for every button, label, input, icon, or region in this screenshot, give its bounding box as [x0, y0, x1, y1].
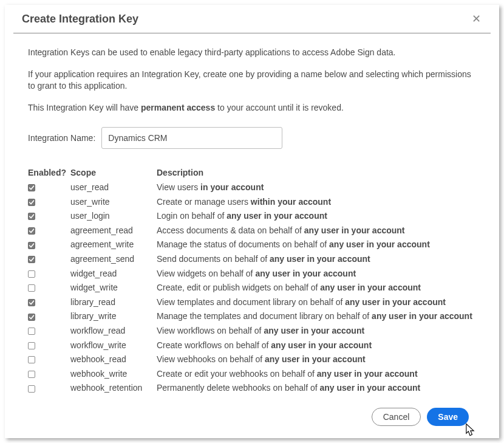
perm-description: View webhooks on behalf of any user in y…	[157, 352, 476, 367]
perm-description: Create or manage users within your accou…	[157, 195, 476, 210]
dialog-header: Create Integration Key ✕	[13, 5, 491, 33]
perm-scope: user_login	[70, 209, 157, 224]
perm-description: View users in your account	[157, 180, 476, 195]
perm-checkbox-cell	[28, 195, 70, 210]
intro-p2: If your application requires an Integrat…	[28, 69, 476, 92]
checkbox-user_login[interactable]	[28, 213, 35, 220]
perm-description: Send documents on behalf of any user in …	[157, 252, 476, 267]
perm-checkbox-cell	[28, 295, 70, 310]
svg-rect-11	[29, 342, 35, 349]
perm-description: View widgets on behalf of any user in yo…	[157, 267, 476, 281]
svg-rect-12	[29, 357, 35, 363]
permissions-grid: Enabled? Scope Description user_readView…	[28, 166, 476, 396]
intro-text: Integration Keys can be used to enable l…	[28, 47, 476, 114]
checkbox-webhook_read[interactable]	[28, 356, 35, 363]
perm-description: View workflows on behalf of any user in …	[157, 324, 476, 338]
header-enabled: Enabled?	[28, 166, 70, 180]
checkbox-library_write[interactable]	[28, 314, 35, 321]
perm-description: View templates and document library on b…	[157, 295, 476, 310]
checkbox-agreement_send[interactable]	[28, 256, 35, 263]
checkbox-widget_write[interactable]	[28, 284, 35, 292]
checkbox-user_read[interactable]	[28, 184, 35, 191]
svg-rect-13	[29, 371, 35, 377]
checkbox-webhook_write[interactable]	[28, 371, 35, 378]
perm-checkbox-cell	[28, 252, 70, 267]
svg-rect-6	[29, 270, 35, 277]
perm-checkbox-cell	[28, 338, 70, 353]
svg-rect-14	[29, 385, 35, 392]
perm-scope: widget_read	[70, 267, 157, 281]
perm-checkbox-cell	[28, 267, 70, 281]
perm-description: Create or edit your webhooks on behalf o…	[157, 367, 476, 382]
checkbox-webhook_retention[interactable]	[28, 385, 35, 393]
checkbox-agreement_write[interactable]	[28, 242, 35, 249]
checkbox-workflow_read[interactable]	[28, 328, 35, 335]
perm-scope: workflow_write	[70, 338, 157, 353]
perm-scope: user_write	[70, 195, 157, 210]
perm-scope: webhook_read	[70, 352, 157, 367]
integration-name-row: Integration Name:	[28, 127, 476, 149]
integration-name-label: Integration Name:	[28, 132, 95, 145]
header-description: Description	[157, 166, 476, 180]
pointer-cursor-icon	[461, 422, 478, 439]
perm-scope: agreement_write	[70, 238, 157, 252]
create-integration-key-dialog: Create Integration Key ✕ Integration Key…	[5, 5, 499, 438]
checkbox-user_write[interactable]	[28, 199, 35, 206]
intro-p1: Integration Keys can be used to enable l…	[28, 47, 476, 59]
perm-scope: webhook_write	[70, 367, 157, 382]
cancel-button[interactable]: Cancel	[372, 408, 421, 426]
perm-checkbox-cell	[28, 238, 70, 252]
perm-scope: webhook_retention	[70, 381, 157, 396]
perm-description: Manage the status of documents on behalf…	[157, 238, 476, 252]
intro-p3: This Integration Key will have permanent…	[28, 102, 476, 114]
perm-description: Manage the templates and document librar…	[157, 309, 476, 324]
perm-checkbox-cell	[28, 352, 70, 367]
checkbox-workflow_write[interactable]	[28, 342, 35, 349]
header-scope: Scope	[70, 166, 157, 180]
checkbox-widget_read[interactable]	[28, 270, 35, 278]
perm-scope: library_write	[70, 309, 157, 324]
dialog-body: Integration Keys can be used to enable l…	[5, 33, 499, 438]
perm-scope: agreement_read	[70, 224, 157, 238]
perm-description: Create, edit or publish widgets on behal…	[157, 281, 476, 295]
perm-description: Permanently delete webhooks on behalf of…	[157, 381, 476, 396]
perm-description: Create workflows on behalf of any user i…	[157, 338, 476, 353]
dialog-title: Create Integration Key	[22, 13, 138, 26]
perm-checkbox-cell	[28, 281, 70, 295]
perm-scope: agreement_send	[70, 252, 157, 267]
perm-description: Access documents & data on behalf of any…	[157, 224, 476, 238]
checkbox-agreement_read[interactable]	[28, 227, 35, 235]
perm-checkbox-cell	[28, 324, 70, 338]
perm-description: Login on behalf of any user in your acco…	[157, 209, 476, 224]
perm-scope: user_read	[70, 180, 157, 195]
perm-checkbox-cell	[28, 209, 70, 224]
perm-checkbox-cell	[28, 367, 70, 382]
perm-scope: library_read	[70, 295, 157, 310]
svg-rect-10	[29, 328, 35, 335]
close-icon[interactable]: ✕	[471, 12, 482, 26]
perm-checkbox-cell	[28, 381, 70, 396]
perm-scope: workflow_read	[70, 324, 157, 338]
perm-scope: widget_write	[70, 281, 157, 295]
checkbox-library_read[interactable]	[28, 299, 35, 306]
integration-name-input[interactable]	[101, 127, 282, 149]
svg-rect-7	[29, 285, 35, 292]
perm-checkbox-cell	[28, 224, 70, 238]
perm-checkbox-cell	[28, 309, 70, 324]
button-row: Cancel Save	[28, 408, 476, 426]
perm-checkbox-cell	[28, 180, 70, 195]
